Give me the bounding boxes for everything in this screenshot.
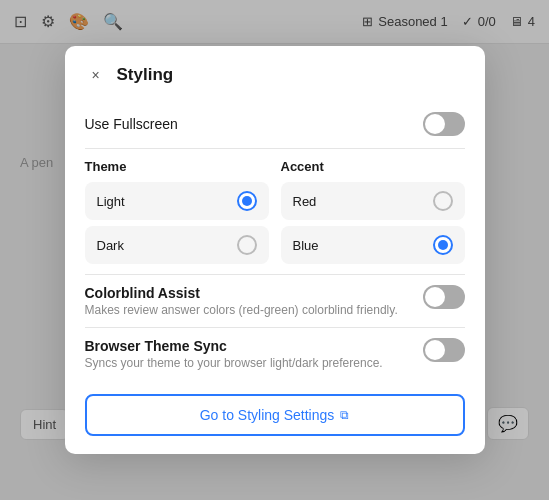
colorblind-text: Colorblind Assist Makes review answer co… bbox=[85, 285, 398, 317]
theme-light-label: Light bbox=[97, 194, 125, 209]
browser-theme-text: Browser Theme Sync Syncs your theme to y… bbox=[85, 338, 383, 370]
dialog-header: × Styling bbox=[65, 46, 485, 100]
external-link-icon: ⧉ bbox=[340, 408, 349, 422]
accent-blue-option[interactable]: Blue bbox=[281, 226, 465, 264]
theme-dark-option[interactable]: Dark bbox=[85, 226, 269, 264]
go-styling-button[interactable]: Go to Styling Settings ⧉ bbox=[85, 394, 465, 436]
modal-overlay: × Styling Use Fullscreen Theme Light bbox=[0, 0, 549, 500]
colorblind-header: Colorblind Assist Makes review answer co… bbox=[85, 285, 465, 317]
browser-theme-desc: Syncs your theme to your browser light/d… bbox=[85, 356, 383, 370]
styling-dialog: × Styling Use Fullscreen Theme Light bbox=[65, 46, 485, 454]
browser-theme-toggle[interactable] bbox=[423, 338, 465, 362]
colorblind-desc: Makes review answer colors (red-green) c… bbox=[85, 303, 398, 317]
theme-light-radio bbox=[237, 191, 257, 211]
theme-dark-label: Dark bbox=[97, 238, 124, 253]
accent-red-label: Red bbox=[293, 194, 317, 209]
colorblind-toggle[interactable] bbox=[423, 285, 465, 309]
close-button[interactable]: × bbox=[85, 64, 107, 86]
fullscreen-label: Use Fullscreen bbox=[85, 116, 178, 132]
accent-blue-label: Blue bbox=[293, 238, 319, 253]
accent-label: Accent bbox=[281, 159, 465, 174]
browser-theme-header: Browser Theme Sync Syncs your theme to y… bbox=[85, 338, 465, 370]
theme-column: Theme Light Dark bbox=[85, 159, 269, 270]
accent-red-option[interactable]: Red bbox=[281, 182, 465, 220]
accent-column: Accent Red Blue bbox=[281, 159, 465, 270]
accent-blue-radio bbox=[433, 235, 453, 255]
fullscreen-row: Use Fullscreen bbox=[85, 100, 465, 148]
browser-theme-row: Browser Theme Sync Syncs your theme to y… bbox=[85, 328, 465, 380]
browser-theme-label: Browser Theme Sync bbox=[85, 338, 383, 354]
accent-red-radio bbox=[433, 191, 453, 211]
fullscreen-toggle[interactable] bbox=[423, 112, 465, 136]
theme-accent-section: Theme Light Dark Accent Red bbox=[85, 149, 465, 274]
theme-label: Theme bbox=[85, 159, 269, 174]
theme-dark-radio bbox=[237, 235, 257, 255]
dialog-body: Use Fullscreen Theme Light Dark bbox=[65, 100, 485, 454]
colorblind-row: Colorblind Assist Makes review answer co… bbox=[85, 275, 465, 327]
colorblind-label: Colorblind Assist bbox=[85, 285, 398, 301]
go-button-label: Go to Styling Settings bbox=[200, 407, 335, 423]
theme-light-option[interactable]: Light bbox=[85, 182, 269, 220]
dialog-title: Styling bbox=[117, 65, 174, 85]
